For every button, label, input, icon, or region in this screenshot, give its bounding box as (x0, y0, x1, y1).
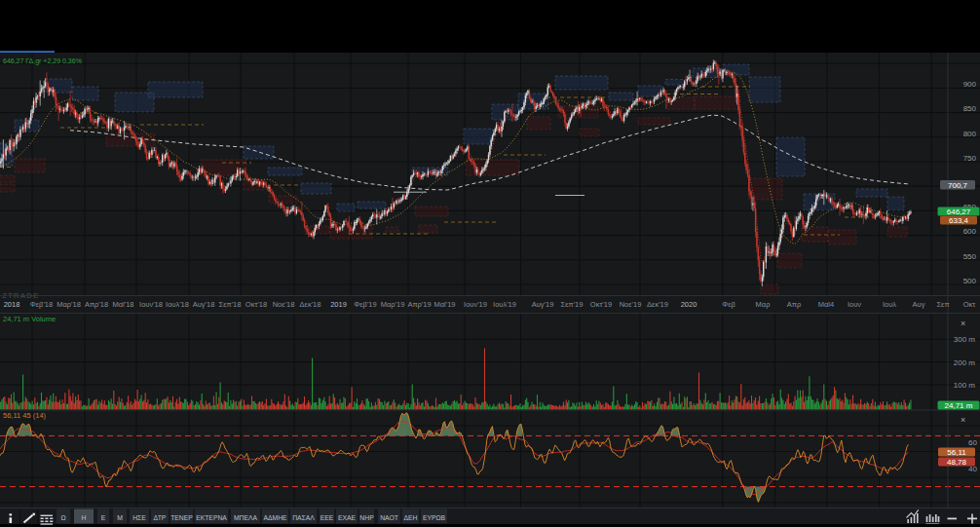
svg-text:ΕΧΑΕ: ΕΧΑΕ (338, 514, 357, 521)
svg-text:633,4: 633,4 (949, 216, 969, 225)
svg-text:ΝΑΟΤ: ΝΑΟΤ (380, 514, 398, 521)
svg-text:Σεπ'18: Σεπ'18 (219, 300, 242, 309)
svg-text:Μαρ'19: Μαρ'19 (381, 300, 405, 309)
svg-text:ΠΑΣΑΛ: ΠΑΣΑΛ (292, 514, 315, 521)
svg-text:750: 750 (963, 154, 977, 163)
svg-text:Ω: Ω (60, 514, 65, 521)
svg-text:ΤΕΝΕΡ: ΤΕΝΕΡ (170, 514, 193, 521)
svg-text:500: 500 (963, 277, 977, 285)
svg-text:Σεπ'19: Σεπ'19 (561, 300, 584, 309)
svg-text:Ιουλ'19: Ιουλ'19 (493, 300, 516, 309)
svg-text:700,7: 700,7 (948, 181, 968, 190)
svg-text:ZTRADE: ZTRADE (2, 291, 39, 300)
svg-text:ΕΚΤΕΡΝΑ: ΕΚΤΕΡΝΑ (196, 514, 227, 521)
svg-text:ΕΥΡΩΒ: ΕΥΡΩΒ (423, 514, 446, 521)
svg-text:Νοε'18: Νοε'18 (273, 300, 295, 309)
svg-text:Σεπ: Σεπ (936, 300, 949, 309)
svg-text:ΔΤΡ: ΔΤΡ (154, 514, 167, 521)
svg-text:56,11: 56,11 (947, 448, 966, 457)
svg-text:Αυγ: Αυγ (913, 300, 925, 309)
svg-text:Μαϊ'18: Μαϊ'18 (112, 300, 133, 309)
svg-text:Ε: Ε (101, 514, 106, 521)
svg-text:Οκτ'19: Οκτ'19 (590, 300, 612, 309)
svg-text:Φεβ'18: Φεβ'18 (30, 300, 53, 309)
svg-text:Η: Η (82, 514, 87, 521)
svg-text:Ιουν: Ιουν (848, 300, 861, 309)
svg-text:200 m: 200 m (954, 358, 976, 367)
svg-text:56,11 45 (14): 56,11 45 (14) (3, 411, 47, 420)
svg-text:300 m: 300 m (954, 335, 976, 344)
svg-text:Απρ: Απρ (787, 300, 801, 309)
svg-text:900: 900 (963, 80, 977, 89)
svg-text:646,27 ΓΔ,gr +2,29 0,36%: 646,27 ΓΔ,gr +2,29 0,36% (3, 57, 82, 65)
svg-text:Δεκ'18: Δεκ'18 (300, 300, 321, 309)
svg-text:2018: 2018 (4, 300, 20, 309)
svg-text:ΗΣΕ: ΗΣΕ (132, 514, 146, 521)
svg-text:600: 600 (963, 227, 977, 236)
svg-text:Αυγ'19: Αυγ'19 (532, 300, 554, 309)
svg-text:646,27: 646,27 (947, 207, 971, 216)
svg-text:Οκτ: Οκτ (963, 300, 976, 309)
svg-text:24,71 m Volume: 24,71 m Volume (3, 315, 56, 323)
svg-text:2020: 2020 (681, 300, 697, 309)
svg-text:ΝΗΡ: ΝΗΡ (359, 514, 374, 521)
svg-text:Μαρ'18: Μαρ'18 (57, 300, 81, 309)
svg-text:Μαρ: Μαρ (756, 300, 771, 309)
svg-text:Ιουν'19: Ιουν'19 (464, 300, 487, 309)
svg-text:60: 60 (968, 438, 977, 447)
svg-text:ΔΕΗ: ΔΕΗ (404, 514, 418, 521)
svg-text:Φεβ: Φεβ (722, 300, 735, 309)
svg-text:550: 550 (963, 252, 977, 261)
svg-text:Απρ'18: Απρ'18 (85, 300, 108, 309)
svg-text:Δεκ'19: Δεκ'19 (647, 300, 668, 309)
svg-text:ΕΕΕ: ΕΕΕ (320, 514, 334, 521)
svg-text:Ιουλ: Ιουλ (883, 300, 896, 309)
svg-text:ΜΠΕΛΑ: ΜΠΕΛΑ (234, 514, 258, 521)
svg-text:Μ: Μ (117, 514, 123, 521)
svg-text:Φεβ'19: Φεβ'19 (354, 300, 376, 309)
svg-text:2019: 2019 (330, 300, 347, 309)
svg-text:24,71 m: 24,71 m (945, 401, 973, 410)
svg-text:Νοε'19: Νοε'19 (620, 300, 642, 309)
svg-text:Ιουν'18: Ιουν'18 (139, 300, 163, 309)
svg-text:Μαϊ4: Μαϊ4 (818, 300, 834, 309)
svg-text:Απρ'19: Απρ'19 (407, 300, 431, 309)
svg-text:850: 850 (963, 104, 977, 113)
svg-text:ΑΔΜΗΕ: ΑΔΜΗΕ (263, 514, 287, 521)
svg-text:Ιουλ'18: Ιουλ'18 (166, 300, 189, 309)
svg-text:Μαϊ'19: Μαϊ'19 (433, 300, 455, 309)
svg-text:Οκτ'18: Οκτ'18 (245, 300, 267, 309)
svg-text:×: × (961, 319, 965, 328)
svg-text:Αυγ'18: Αυγ'18 (193, 300, 215, 309)
svg-text:×: × (961, 415, 965, 425)
svg-text:100 m: 100 m (954, 381, 976, 390)
svg-text:800: 800 (963, 130, 977, 138)
svg-text:48,78: 48,78 (947, 458, 967, 467)
